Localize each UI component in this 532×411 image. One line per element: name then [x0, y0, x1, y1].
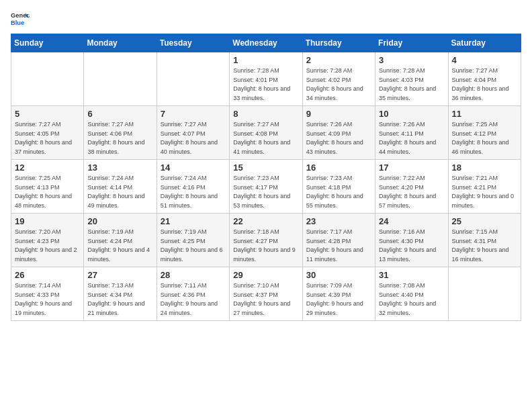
calendar-cell: 28Sunrise: 7:11 AMSunset: 4:36 PMDayligh…: [157, 267, 229, 321]
day-detail: Sunrise: 7:14 AMSunset: 4:33 PMDaylight:…: [15, 281, 80, 318]
calendar-cell: 19Sunrise: 7:20 AMSunset: 4:23 PMDayligh…: [11, 214, 84, 267]
calendar-cell: 6Sunrise: 7:27 AMSunset: 4:06 PMDaylight…: [84, 106, 157, 160]
calendar-cell: 2Sunrise: 7:28 AMSunset: 4:02 PMDaylight…: [302, 52, 375, 106]
day-number: 24: [379, 216, 444, 226]
day-detail: Sunrise: 7:27 AMSunset: 4:04 PMDaylight:…: [452, 66, 517, 103]
day-number: 15: [233, 163, 298, 173]
calendar-cell: [11, 52, 84, 106]
day-number: 19: [15, 216, 80, 226]
day-number: 18: [452, 163, 517, 173]
calendar-cell: 1Sunrise: 7:28 AMSunset: 4:01 PMDaylight…: [230, 52, 302, 106]
day-number: 29: [233, 270, 298, 280]
day-detail: Sunrise: 7:18 AMSunset: 4:27 PMDaylight:…: [233, 228, 298, 264]
day-detail: Sunrise: 7:24 AMSunset: 4:16 PMDaylight:…: [161, 174, 226, 210]
calendar-week-row: 19Sunrise: 7:20 AMSunset: 4:23 PMDayligh…: [11, 214, 521, 267]
day-detail: Sunrise: 7:21 AMSunset: 4:21 PMDaylight:…: [452, 174, 517, 210]
day-number: 23: [306, 216, 371, 226]
day-number: 6: [87, 109, 152, 119]
header-thursday: Thursday: [302, 34, 375, 52]
calendar-cell: 27Sunrise: 7:13 AMSunset: 4:34 PMDayligh…: [84, 267, 157, 321]
logo-icon: General Blue: [11, 11, 30, 27]
day-number: 22: [233, 216, 298, 226]
day-detail: Sunrise: 7:23 AMSunset: 4:18 PMDaylight:…: [306, 174, 371, 210]
calendar-cell: 21Sunrise: 7:19 AMSunset: 4:25 PMDayligh…: [157, 214, 229, 267]
day-number: 31: [379, 270, 444, 280]
calendar-cell: 7Sunrise: 7:27 AMSunset: 4:07 PMDaylight…: [157, 106, 229, 160]
day-detail: Sunrise: 7:10 AMSunset: 4:37 PMDaylight:…: [233, 281, 298, 318]
day-number: 2: [306, 55, 371, 65]
calendar-cell: [84, 52, 157, 106]
day-number: 28: [161, 270, 226, 280]
calendar-cell: 9Sunrise: 7:26 AMSunset: 4:09 PMDaylight…: [302, 106, 375, 160]
calendar-cell: 16Sunrise: 7:23 AMSunset: 4:18 PMDayligh…: [302, 160, 375, 214]
calendar-cell: 14Sunrise: 7:24 AMSunset: 4:16 PMDayligh…: [157, 160, 229, 214]
header-sunday: Sunday: [11, 34, 84, 52]
day-detail: Sunrise: 7:13 AMSunset: 4:34 PMDaylight:…: [87, 281, 152, 318]
svg-text:Blue: Blue: [11, 19, 24, 26]
header-tuesday: Tuesday: [157, 34, 229, 52]
header-saturday: Saturday: [448, 34, 521, 52]
day-detail: Sunrise: 7:17 AMSunset: 4:28 PMDaylight:…: [306, 228, 371, 264]
day-detail: Sunrise: 7:11 AMSunset: 4:36 PMDaylight:…: [161, 281, 226, 318]
calendar-cell: 20Sunrise: 7:19 AMSunset: 4:24 PMDayligh…: [84, 214, 157, 267]
day-number: 13: [87, 163, 152, 173]
calendar-cell: 22Sunrise: 7:18 AMSunset: 4:27 PMDayligh…: [230, 214, 302, 267]
day-number: 17: [379, 163, 444, 173]
calendar-cell: 18Sunrise: 7:21 AMSunset: 4:21 PMDayligh…: [448, 160, 521, 214]
day-detail: Sunrise: 7:27 AMSunset: 4:05 PMDaylight:…: [15, 120, 80, 156]
day-number: 4: [452, 55, 517, 65]
calendar-cell: 12Sunrise: 7:25 AMSunset: 4:13 PMDayligh…: [11, 160, 84, 214]
day-number: 3: [379, 55, 444, 65]
calendar-cell: 25Sunrise: 7:15 AMSunset: 4:31 PMDayligh…: [448, 214, 521, 267]
day-number: 12: [15, 163, 80, 173]
day-detail: Sunrise: 7:26 AMSunset: 4:09 PMDaylight:…: [306, 120, 371, 156]
day-detail: Sunrise: 7:19 AMSunset: 4:25 PMDaylight:…: [161, 228, 226, 264]
day-detail: Sunrise: 7:27 AMSunset: 4:08 PMDaylight:…: [233, 120, 298, 156]
day-number: 9: [306, 109, 371, 119]
header-wednesday: Wednesday: [230, 34, 302, 52]
day-detail: Sunrise: 7:23 AMSunset: 4:17 PMDaylight:…: [233, 174, 298, 210]
calendar-week-row: 5Sunrise: 7:27 AMSunset: 4:05 PMDaylight…: [11, 106, 521, 160]
day-number: 27: [87, 270, 152, 280]
day-detail: Sunrise: 7:28 AMSunset: 4:01 PMDaylight:…: [233, 66, 298, 103]
calendar-cell: 23Sunrise: 7:17 AMSunset: 4:28 PMDayligh…: [302, 214, 375, 267]
day-detail: Sunrise: 7:25 AMSunset: 4:13 PMDaylight:…: [15, 174, 80, 210]
day-number: 7: [161, 109, 226, 119]
calendar-cell: 10Sunrise: 7:26 AMSunset: 4:11 PMDayligh…: [375, 106, 448, 160]
day-number: 14: [161, 163, 226, 173]
calendar-cell: 29Sunrise: 7:10 AMSunset: 4:37 PMDayligh…: [230, 267, 302, 321]
day-detail: Sunrise: 7:19 AMSunset: 4:24 PMDaylight:…: [87, 228, 152, 264]
calendar-header-row: SundayMondayTuesdayWednesdayThursdayFrid…: [11, 34, 521, 52]
day-detail: Sunrise: 7:28 AMSunset: 4:03 PMDaylight:…: [379, 66, 444, 103]
calendar-cell: 24Sunrise: 7:16 AMSunset: 4:30 PMDayligh…: [375, 214, 448, 267]
day-detail: Sunrise: 7:08 AMSunset: 4:40 PMDaylight:…: [379, 281, 444, 318]
calendar-cell: 17Sunrise: 7:22 AMSunset: 4:20 PMDayligh…: [375, 160, 448, 214]
calendar-cell: 30Sunrise: 7:09 AMSunset: 4:39 PMDayligh…: [302, 267, 375, 321]
calendar-cell: 15Sunrise: 7:23 AMSunset: 4:17 PMDayligh…: [230, 160, 302, 214]
day-number: 25: [452, 216, 517, 226]
calendar-cell: 26Sunrise: 7:14 AMSunset: 4:33 PMDayligh…: [11, 267, 84, 321]
day-number: 11: [452, 109, 517, 119]
calendar-cell: [157, 52, 229, 106]
day-number: 8: [233, 109, 298, 119]
calendar-week-row: 1Sunrise: 7:28 AMSunset: 4:01 PMDaylight…: [11, 52, 521, 106]
day-number: 16: [306, 163, 371, 173]
calendar-cell: 8Sunrise: 7:27 AMSunset: 4:08 PMDaylight…: [230, 106, 302, 160]
day-detail: Sunrise: 7:28 AMSunset: 4:02 PMDaylight:…: [306, 66, 371, 103]
calendar-cell: 3Sunrise: 7:28 AMSunset: 4:03 PMDaylight…: [375, 52, 448, 106]
day-detail: Sunrise: 7:27 AMSunset: 4:07 PMDaylight:…: [161, 120, 226, 156]
calendar-cell: 13Sunrise: 7:24 AMSunset: 4:14 PMDayligh…: [84, 160, 157, 214]
day-detail: Sunrise: 7:27 AMSunset: 4:06 PMDaylight:…: [87, 120, 152, 156]
day-number: 21: [161, 216, 226, 226]
day-number: 26: [15, 270, 80, 280]
calendar-week-row: 26Sunrise: 7:14 AMSunset: 4:33 PMDayligh…: [11, 267, 521, 321]
day-number: 20: [87, 216, 152, 226]
day-detail: Sunrise: 7:16 AMSunset: 4:30 PMDaylight:…: [379, 228, 444, 264]
day-detail: Sunrise: 7:09 AMSunset: 4:39 PMDaylight:…: [306, 281, 371, 318]
day-detail: Sunrise: 7:25 AMSunset: 4:12 PMDaylight:…: [452, 120, 517, 156]
day-detail: Sunrise: 7:15 AMSunset: 4:31 PMDaylight:…: [452, 228, 517, 264]
day-number: 5: [15, 109, 80, 119]
calendar-week-row: 12Sunrise: 7:25 AMSunset: 4:13 PMDayligh…: [11, 160, 521, 214]
calendar-cell: [448, 267, 521, 321]
day-number: 30: [306, 270, 371, 280]
